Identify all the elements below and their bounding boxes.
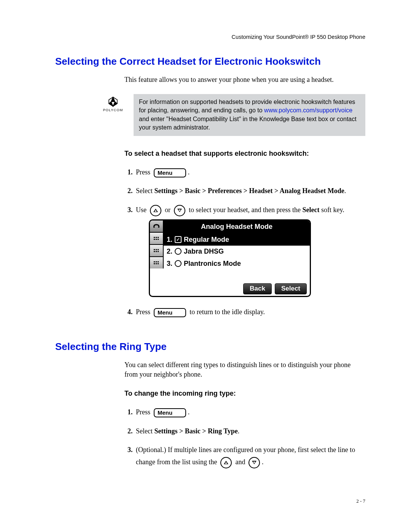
phone-title: Analog Headset Mode	[164, 220, 310, 234]
phone-sidebar-icon	[150, 245, 164, 257]
info-note-box: For information on supported headsets to…	[134, 94, 365, 136]
phone-item-label: Jabra DHSG	[184, 247, 224, 256]
svg-rect-15	[158, 251, 159, 252]
step-2: Select Settings > Basic > Ring Type.	[134, 425, 365, 438]
note-text-post: and enter "Headset Compatibility List" i…	[139, 116, 357, 131]
section2-intro: You can select different ring types to d…	[124, 360, 365, 379]
step4-end: to return to the idle display.	[190, 308, 265, 316]
section-heading-ringtype: Selecting the Ring Type	[55, 340, 365, 353]
phone-sidebar-icons	[150, 220, 164, 296]
section2-subhead: To change the incoming ring type:	[124, 389, 365, 398]
page-number: 2 - 7	[356, 498, 365, 505]
svg-rect-13	[154, 251, 155, 252]
phone-display: Analog Headset Mode 1. Regular Mode 2. J…	[149, 219, 311, 297]
arrow-down-key-icon	[249, 457, 260, 468]
svg-rect-11	[156, 249, 157, 250]
svg-marker-2	[109, 102, 113, 106]
svg-rect-18	[158, 261, 159, 262]
info-note: POLYCOM For information on supported hea…	[102, 94, 365, 136]
step2-path: Settings > Basic > Preferences > Headset…	[154, 187, 344, 195]
svg-rect-8	[156, 239, 157, 240]
polycom-logo-icon	[107, 96, 119, 107]
step3-end: soft key.	[319, 206, 344, 214]
radio-unchecked-icon	[175, 248, 182, 255]
step-3: (Optional.) If multiple lines are config…	[134, 444, 365, 468]
phone-item-num: 1.	[167, 235, 172, 244]
step2-path: Settings > Basic > Ring Type	[154, 427, 237, 435]
phone-softkey-row: Back Select	[164, 281, 310, 296]
phone-menu-item: 3. Plantronics Mode	[164, 258, 310, 270]
svg-rect-6	[158, 237, 159, 238]
phone-sidebar-icon	[150, 257, 164, 268]
section-heading-hookswitch: Selecting the Correct Headset for Electr…	[55, 55, 365, 68]
svg-rect-16	[154, 261, 155, 262]
step3-pre: (Optional.) If multiple lines are config…	[136, 446, 355, 466]
arrow-up-key-icon	[220, 457, 232, 468]
phone-sidebar-icon	[150, 220, 164, 233]
menu-key-icon: Menu	[154, 168, 186, 177]
phone-menu-item: 2. Jabra DHSG	[164, 246, 310, 257]
svg-rect-4	[154, 237, 155, 238]
svg-rect-19	[154, 263, 155, 264]
svg-marker-3	[113, 102, 117, 106]
step2-pre: Select	[136, 427, 154, 435]
note-link: www.polycom.com/support/voice	[264, 107, 352, 113]
svg-rect-9	[158, 239, 159, 240]
radio-checked-icon	[175, 236, 182, 243]
section1-intro: This feature allows you to answer your p…	[124, 75, 365, 84]
svg-rect-5	[156, 237, 157, 238]
phone-item-label: Regular Mode	[184, 235, 229, 244]
section1-subhead: To select a headset that supports electr…	[124, 149, 365, 158]
phone-sidebar-icon	[150, 233, 164, 245]
step-3: Use or to select your headset, and then …	[134, 204, 365, 297]
svg-rect-14	[156, 251, 157, 252]
step3-and: and	[235, 458, 245, 466]
phone-item-num: 3.	[167, 259, 172, 268]
step3-use: Use	[136, 206, 147, 214]
step3-select: Select	[302, 206, 319, 214]
step4-press: Press	[136, 308, 150, 316]
step2-pre: Select	[136, 187, 154, 195]
menu-key-icon: Menu	[154, 408, 186, 417]
section2-steps: Press Menu . Select Settings > Basic > R…	[124, 406, 365, 468]
svg-rect-17	[156, 261, 157, 262]
phone-item-label: Plantronics Mode	[184, 259, 241, 268]
softkey-back: Back	[243, 283, 272, 294]
step-1: Press Menu .	[134, 406, 365, 419]
softkey-select: Select	[275, 283, 307, 294]
polycom-logo: POLYCOM	[102, 94, 124, 112]
step3-or: or	[165, 206, 170, 214]
svg-rect-20	[156, 263, 157, 264]
svg-rect-21	[158, 263, 159, 264]
section1-steps: Press Menu . Select Settings > Basic > P…	[124, 166, 365, 318]
arrow-up-key-icon	[150, 205, 161, 216]
step1-press: Press	[136, 168, 150, 176]
menu-key-icon: Menu	[154, 308, 186, 317]
running-header: Customizing Your SoundPoint® IP 550 Desk…	[55, 34, 365, 41]
step-4: Press Menu to return to the idle display…	[134, 306, 365, 318]
svg-rect-7	[154, 239, 155, 240]
step-1: Press Menu .	[134, 166, 365, 179]
step-2: Select Settings > Basic > Preferences > …	[134, 185, 365, 197]
svg-rect-10	[154, 249, 155, 250]
radio-unchecked-icon	[175, 260, 182, 267]
phone-menu-item: 1. Regular Mode	[164, 234, 310, 246]
polycom-logo-text: POLYCOM	[102, 108, 124, 112]
phone-item-num: 2.	[167, 247, 172, 256]
svg-rect-12	[158, 249, 159, 250]
arrow-down-key-icon	[174, 205, 185, 216]
step3-mid: to select your headset, and then press t…	[189, 206, 302, 214]
step1-press: Press	[136, 408, 150, 416]
